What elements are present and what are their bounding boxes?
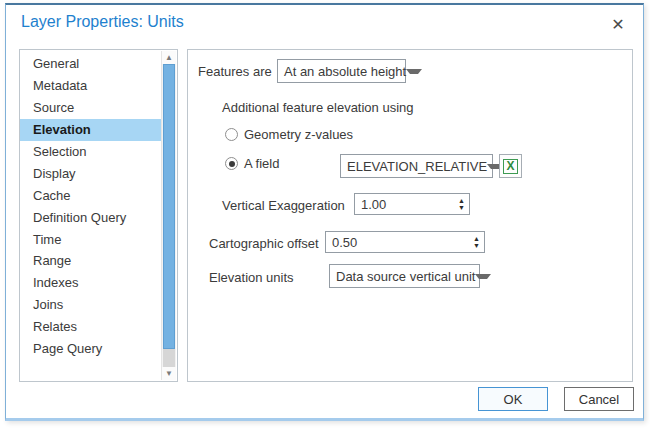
spin-down-icon[interactable]: ▼ xyxy=(458,204,465,211)
sidebar-item-relates[interactable]: Relates xyxy=(20,316,177,338)
ok-button[interactable]: OK xyxy=(478,387,548,411)
sidebar-item-definition-query[interactable]: Definition Query xyxy=(20,206,177,228)
close-icon[interactable]: ✕ xyxy=(607,13,629,35)
sidebar-item-metadata[interactable]: Metadata xyxy=(20,75,177,97)
scroll-down-icon[interactable]: ▼ xyxy=(162,367,176,380)
chevron-down-icon xyxy=(475,274,491,279)
radio-checked-icon[interactable] xyxy=(225,157,238,170)
spin-down-icon[interactable]: ▼ xyxy=(473,242,480,249)
stepper-arrows: ▲ ▼ xyxy=(473,235,484,249)
spin-up-icon[interactable]: ▲ xyxy=(473,235,480,242)
vertical-exaggeration-label: Vertical Exaggeration xyxy=(222,198,345,213)
screenshot-root: Layer Properties: Units ✕ General Metada… xyxy=(0,0,650,428)
elevation-settings-panel: Features are At an absolute height Addit… xyxy=(187,49,633,382)
additional-elevation-label: Additional feature elevation using xyxy=(222,100,414,115)
dialog-title: Layer Properties: Units xyxy=(21,13,184,31)
sidebar-scrollbar[interactable]: ▲ ▼ xyxy=(161,51,176,380)
properties-sidebar: General Metadata Source Elevation Select… xyxy=(19,49,178,382)
radio-geometry-label: Geometry z-values xyxy=(244,127,353,142)
elevation-units-dropdown[interactable]: Data source vertical unit xyxy=(329,264,480,288)
radio-geometry-z-values[interactable]: Geometry z-values xyxy=(225,127,353,142)
set-expression-button[interactable]: X xyxy=(499,154,522,178)
elevation-field-dropdown[interactable]: ELEVATION_RELATIVE xyxy=(340,154,493,178)
sidebar-item-general[interactable]: General xyxy=(20,53,177,75)
cartographic-offset-label: Cartographic offset xyxy=(209,236,319,251)
sidebar-item-page-query[interactable]: Page Query xyxy=(20,338,177,360)
expression-x-icon: X xyxy=(503,159,518,174)
scrollbar-track[interactable] xyxy=(162,64,176,367)
scroll-up-icon[interactable]: ▲ xyxy=(162,51,176,64)
elevation-units-value: Data source vertical unit xyxy=(336,269,475,284)
scrollbar-thumb[interactable] xyxy=(163,64,175,349)
elevation-field-value: ELEVATION_RELATIVE xyxy=(347,159,487,174)
features-are-value: At an absolute height xyxy=(284,64,406,79)
features-are-dropdown[interactable]: At an absolute height xyxy=(277,59,406,83)
vertical-exaggeration-stepper: ▲ ▼ xyxy=(354,193,470,215)
sidebar-item-source[interactable]: Source xyxy=(20,97,177,119)
cartographic-offset-input[interactable] xyxy=(326,235,473,250)
sidebar-item-range[interactable]: Range xyxy=(20,250,177,272)
sidebar-item-selection[interactable]: Selection xyxy=(20,141,177,163)
elevation-units-label: Elevation units xyxy=(209,270,294,285)
sidebar-item-display[interactable]: Display xyxy=(20,162,177,184)
radio-unchecked-icon[interactable] xyxy=(225,128,238,141)
spin-up-icon[interactable]: ▲ xyxy=(458,197,465,204)
cancel-button[interactable]: Cancel xyxy=(564,387,634,411)
radio-a-field[interactable]: A field xyxy=(225,156,279,171)
scrollbar-track-remainder xyxy=(163,349,175,367)
sidebar-item-joins[interactable]: Joins xyxy=(20,294,177,316)
sidebar-item-time[interactable]: Time xyxy=(20,228,177,250)
chevron-down-icon xyxy=(406,69,422,74)
sidebar-item-cache[interactable]: Cache xyxy=(20,184,177,206)
radio-a-field-label: A field xyxy=(244,156,279,171)
features-are-label: Features are xyxy=(198,64,272,79)
sidebar-item-indexes[interactable]: Indexes xyxy=(20,272,177,294)
vertical-exaggeration-input[interactable] xyxy=(355,197,458,212)
layer-properties-dialog: Layer Properties: Units ✕ General Metada… xyxy=(5,3,644,421)
cartographic-offset-stepper: ▲ ▼ xyxy=(325,231,485,253)
sidebar-item-elevation[interactable]: Elevation xyxy=(20,119,163,141)
stepper-arrows: ▲ ▼ xyxy=(458,197,469,211)
